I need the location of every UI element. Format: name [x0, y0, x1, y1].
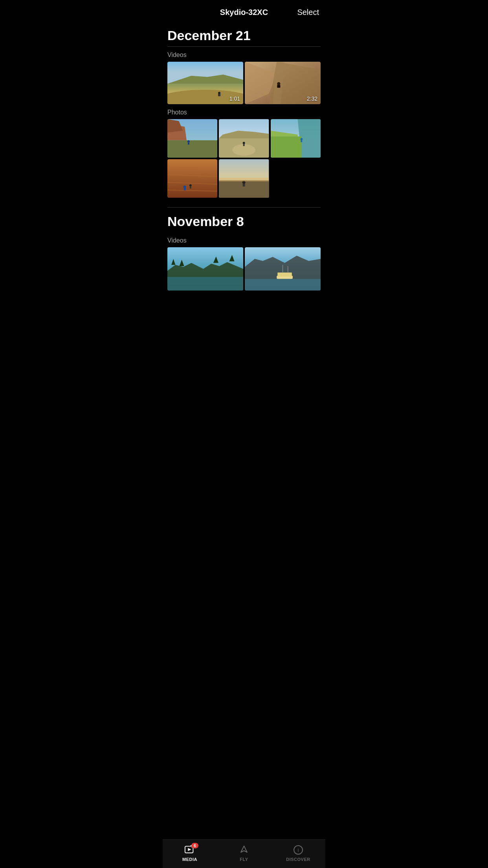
svg-rect-54	[277, 272, 292, 276]
video-thumb-2[interactable]: 2:32	[245, 62, 321, 104]
select-button[interactable]: Select	[297, 8, 319, 17]
svg-rect-42	[243, 184, 245, 187]
page-title: Skydio-32XC	[220, 8, 268, 17]
photos-grid-dec	[163, 119, 325, 198]
svg-rect-36	[184, 188, 186, 190]
svg-rect-38	[190, 187, 191, 189]
photo-thumb-4[interactable]	[167, 159, 217, 198]
video-thumb-nov-1[interactable]	[167, 247, 243, 291]
photo-scene-3	[271, 119, 321, 158]
videos-grid-nov	[163, 247, 325, 291]
date-heading-nov: November 8	[163, 208, 325, 232]
photo-thumb-1[interactable]	[167, 119, 217, 158]
photo-thumb-5[interactable]	[219, 159, 269, 198]
app-header: Skydio-32XC Select	[163, 0, 325, 22]
svg-rect-11	[277, 85, 280, 88]
svg-rect-26	[271, 136, 301, 158]
svg-point-22	[243, 142, 245, 144]
svg-rect-46	[167, 277, 243, 291]
svg-rect-43	[219, 178, 269, 182]
date-heading-dec: December 21	[163, 22, 325, 46]
photo-scene-1	[167, 119, 217, 158]
svg-rect-57	[245, 279, 321, 291]
photo-scene-2	[219, 119, 269, 158]
svg-point-28	[300, 138, 303, 140]
svg-rect-17	[188, 143, 189, 145]
svg-rect-30	[167, 159, 217, 198]
svg-rect-13	[167, 140, 217, 158]
photos-label-dec: Photos	[163, 104, 325, 119]
svg-point-16	[187, 140, 190, 143]
photo-thumb-2[interactable]	[219, 119, 269, 158]
svg-point-10	[277, 82, 280, 85]
thumbnail-nov-1	[167, 247, 243, 291]
videos-label-nov: Videos	[163, 232, 325, 247]
video-thumb-nov-2[interactable]	[245, 247, 321, 291]
svg-rect-23	[243, 144, 245, 146]
videos-grid-dec: 1:01	[163, 62, 325, 104]
content-area: December 21 Videos	[163, 22, 325, 322]
svg-point-35	[183, 186, 186, 188]
videos-label-dec: Videos	[163, 47, 325, 62]
svg-rect-5	[218, 94, 220, 96]
photo-thumb-3[interactable]	[271, 119, 321, 158]
video-duration-2: 2:32	[307, 96, 317, 102]
video-thumb-1[interactable]: 1:01	[167, 62, 243, 104]
video-duration-1: 1:01	[229, 96, 240, 102]
thumbnail-nov-2	[245, 247, 321, 291]
svg-rect-29	[301, 140, 302, 142]
photo-scene-5	[219, 159, 269, 198]
svg-point-37	[189, 184, 192, 187]
photo-scene-4	[167, 159, 217, 198]
